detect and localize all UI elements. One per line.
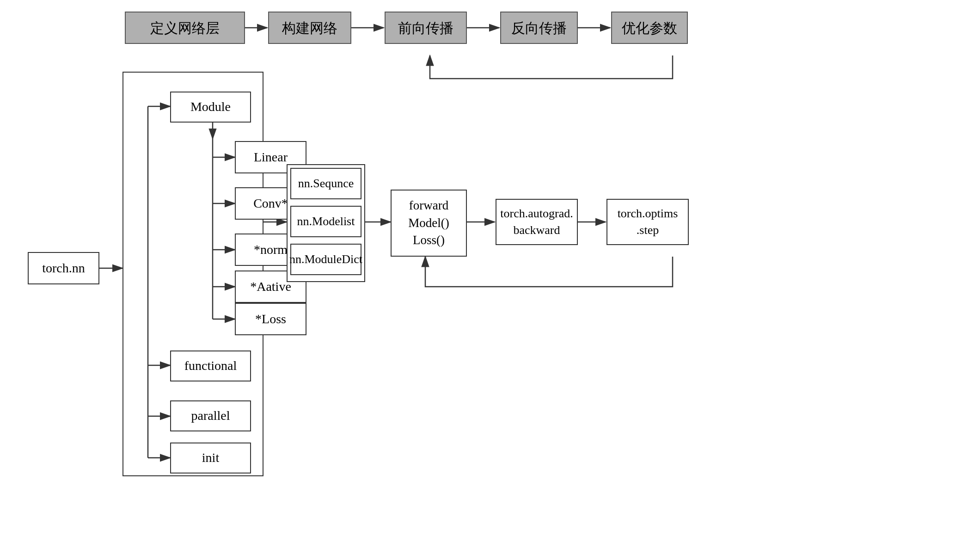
nn-moduledict-label: nn.ModuleDict [289,252,362,267]
conv-label: Conv* [253,195,288,212]
parallel-label: parallel [191,407,230,424]
step1-label: 定义网络层 [150,19,220,37]
backward-label: torch.autograd.backward [500,205,573,239]
nn-sequnce-box: nn.Sequnce [290,168,361,199]
module-label: Module [190,98,231,115]
optims-label: torch.optims.step [618,205,678,239]
backward-box: torch.autograd.backward [496,199,578,245]
init-label: init [202,449,219,466]
module-box: Module [170,92,251,123]
nn-sequnce-label: nn.Sequnce [298,176,354,191]
step1-box: 定义网络层 [125,12,245,44]
torch-nn-box: torch.nn [28,252,99,284]
init-box: init [170,443,251,474]
forward-label: forwardModel()Loss() [408,197,449,249]
step5-box: 优化参数 [611,12,688,44]
linear-label: Linear [254,149,288,166]
norm-label: *norm [254,241,288,258]
step3-label: 前向传播 [398,19,453,37]
loss-label: *Loss [255,311,286,327]
step4-label: 反向传播 [511,19,567,37]
optims-box: torch.optims.step [606,199,689,245]
aative-label: *Aative [250,278,291,295]
nn-modelist-box: nn.Modelist [290,206,361,237]
loss-box: *Loss [235,303,306,335]
step5-label: 优化参数 [622,19,677,37]
functional-label: functional [184,357,237,374]
parallel-box: parallel [170,400,251,431]
step3-box: 前向传播 [385,12,467,44]
step2-label: 构建网络 [282,19,337,37]
nn-moduledict-box: nn.ModuleDict [290,244,361,275]
step2-box: 构建网络 [268,12,351,44]
functional-box: functional [170,351,251,381]
step4-box: 反向传播 [500,12,578,44]
forward-box: forwardModel()Loss() [391,190,467,257]
torch-nn-label: torch.nn [42,260,85,277]
nn-modelist-label: nn.Modelist [297,214,355,229]
